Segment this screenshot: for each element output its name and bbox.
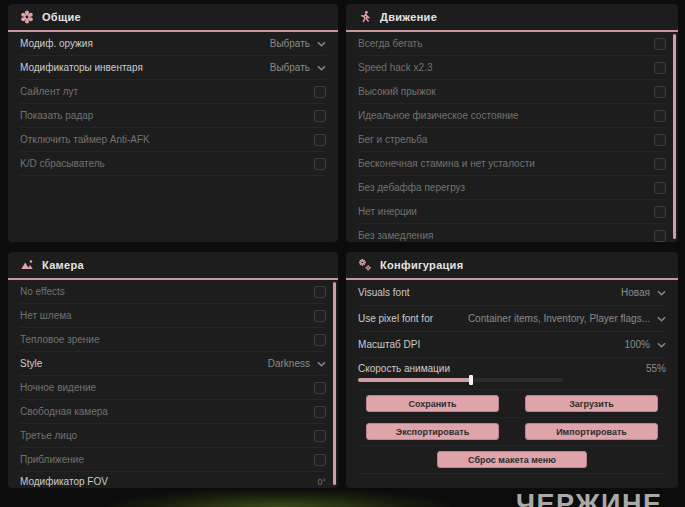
panel-camera-header[interactable]: Камера bbox=[8, 252, 338, 280]
fov-value: 0° bbox=[317, 477, 326, 487]
option-row: Нет инерции bbox=[358, 200, 666, 224]
animation-speed-fill bbox=[358, 378, 471, 382]
option-row: K/D сбрасыватель bbox=[20, 152, 326, 176]
checkbox[interactable] bbox=[314, 286, 326, 298]
checkbox[interactable] bbox=[314, 134, 326, 146]
option-row: Модификаторы инвентаря Выбрать bbox=[20, 56, 326, 80]
option-row: Всегда бегать bbox=[358, 32, 666, 56]
checkbox[interactable] bbox=[654, 134, 666, 146]
chevron-down-icon bbox=[317, 65, 326, 71]
panel-title: Конфигурация bbox=[380, 259, 463, 271]
option-row: Приближение bbox=[20, 448, 326, 472]
option-row: Бесконечная стамина и нет усталости bbox=[358, 152, 666, 176]
option-row: Третье лицо bbox=[20, 424, 326, 448]
game-background: ЧЕРЖИНЕ Общие Модиф. оружия Выбрать Моди… bbox=[0, 0, 685, 507]
option-label: Высокий прыжок bbox=[358, 86, 436, 97]
checkbox[interactable] bbox=[654, 158, 666, 170]
dropdown-value: Container items, Inventory, Player flags… bbox=[468, 313, 650, 324]
import-button[interactable]: Импортировать bbox=[525, 423, 658, 440]
movement-scrollbar[interactable] bbox=[673, 34, 676, 239]
option-label: Нет шлема bbox=[20, 310, 72, 321]
animation-speed-slider[interactable] bbox=[358, 378, 563, 382]
animation-speed-value: 55% bbox=[646, 363, 666, 374]
option-label: Бесконечная стамина и нет усталости bbox=[358, 158, 535, 169]
reset-menu-layout-button[interactable]: Сброс макета меню bbox=[437, 451, 587, 468]
option-row: Модиф. оружия Выбрать bbox=[20, 32, 326, 56]
option-row: Тепловое зрение bbox=[20, 328, 326, 352]
option-row: No effects bbox=[20, 280, 326, 304]
option-label: Модиф. оружия bbox=[20, 38, 93, 49]
dpi-scale-dropdown[interactable]: 100% bbox=[624, 339, 666, 350]
chevron-down-icon bbox=[317, 361, 326, 367]
option-row: Ночное видение bbox=[20, 376, 326, 400]
checkbox[interactable] bbox=[314, 158, 326, 170]
checkbox[interactable] bbox=[654, 38, 666, 50]
panel-general: Общие Модиф. оружия Выбрать Модификаторы… bbox=[8, 4, 338, 242]
option-label: Всегда бегать bbox=[358, 38, 422, 49]
panel-config-header[interactable]: Конфигурация bbox=[346, 252, 678, 280]
option-row: Без дебаффа перегруз bbox=[358, 176, 666, 200]
option-label: Отключить таймер Anti-AFK bbox=[20, 134, 150, 145]
checkbox[interactable] bbox=[314, 382, 326, 394]
checkbox[interactable] bbox=[314, 430, 326, 442]
checkbox[interactable] bbox=[314, 110, 326, 122]
button-row: Сброс макета меню bbox=[358, 446, 666, 474]
game-world-glow bbox=[110, 490, 450, 507]
dropdown-value: 100% bbox=[624, 339, 650, 350]
option-label: Третье лицо bbox=[20, 430, 77, 441]
load-button[interactable]: Загрузить bbox=[525, 395, 658, 412]
panel-title: Общие bbox=[42, 11, 81, 23]
visuals-font-dropdown[interactable]: Новая bbox=[621, 287, 666, 298]
option-label: Visuals font bbox=[358, 287, 410, 298]
option-row: Отключить таймер Anti-AFK bbox=[20, 128, 326, 152]
option-row: Показать радар bbox=[20, 104, 326, 128]
checkbox[interactable] bbox=[314, 310, 326, 322]
button-row: Экспортировать Импортировать bbox=[358, 418, 666, 446]
dropdown-value: Новая bbox=[621, 287, 650, 298]
checkbox[interactable] bbox=[654, 86, 666, 98]
option-row: Speed hack x2.3 bbox=[358, 56, 666, 80]
option-label: Speed hack x2.3 bbox=[358, 62, 433, 73]
chevron-down-icon bbox=[657, 342, 666, 348]
animation-speed-row: Скорость анимации 55% bbox=[358, 358, 666, 390]
inventory-mod-dropdown[interactable]: Выбрать bbox=[270, 62, 326, 73]
camera-scrollbar[interactable] bbox=[333, 282, 336, 485]
option-label: Нет инерции bbox=[358, 206, 417, 217]
option-label: Без дебаффа перегруз bbox=[358, 182, 465, 193]
option-label: Масштаб DPI bbox=[358, 339, 420, 350]
export-button[interactable]: Экспортировать bbox=[366, 423, 499, 440]
checkbox[interactable] bbox=[654, 230, 666, 242]
dropdown-value: Выбрать bbox=[270, 62, 310, 73]
checkbox[interactable] bbox=[654, 110, 666, 122]
option-label: Показать радар bbox=[20, 110, 93, 121]
option-label: Приближение bbox=[20, 454, 84, 465]
option-label: K/D сбрасыватель bbox=[20, 158, 105, 169]
weapon-mod-dropdown[interactable]: Выбрать bbox=[270, 38, 326, 49]
panel-movement-header[interactable]: Движение bbox=[346, 4, 678, 32]
fov-modifier-row: Модификатор FOV 0° bbox=[20, 472, 326, 488]
option-row: Без замедления bbox=[358, 224, 666, 242]
pixel-font-dropdown[interactable]: Container items, Inventory, Player flags… bbox=[468, 313, 666, 324]
animation-speed-thumb[interactable] bbox=[469, 375, 473, 385]
checkbox[interactable] bbox=[654, 62, 666, 74]
option-row: Нет шлема bbox=[20, 304, 326, 328]
checkbox[interactable] bbox=[654, 182, 666, 194]
option-row: Высокий прыжок bbox=[358, 80, 666, 104]
option-row: Идеальное физическое состояние bbox=[358, 104, 666, 128]
checkbox[interactable] bbox=[654, 206, 666, 218]
checkbox[interactable] bbox=[314, 334, 326, 346]
panel-general-header[interactable]: Общие bbox=[8, 4, 338, 32]
checkbox[interactable] bbox=[314, 406, 326, 418]
checkbox[interactable] bbox=[314, 86, 326, 98]
panel-movement: Движение Всегда бегать Speed hack x2.3 В… bbox=[346, 4, 678, 242]
option-row: Свободная камера bbox=[20, 400, 326, 424]
checkbox[interactable] bbox=[314, 454, 326, 466]
option-label: Ночное видение bbox=[20, 382, 96, 393]
image-mountain-icon bbox=[20, 258, 34, 272]
option-label: Use pixel font for bbox=[358, 313, 433, 324]
option-label: Тепловое зрение bbox=[20, 334, 100, 345]
chevron-down-icon bbox=[317, 41, 326, 47]
dropdown-value: Darkness bbox=[268, 358, 310, 369]
style-dropdown[interactable]: Darkness bbox=[268, 358, 326, 369]
save-button[interactable]: Сохранить bbox=[366, 395, 499, 412]
